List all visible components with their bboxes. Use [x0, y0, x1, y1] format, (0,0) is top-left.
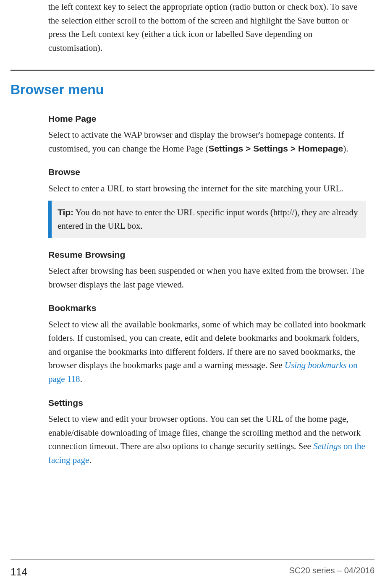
xref-using-bookmarks-italic: Using bookmarks	[285, 360, 347, 370]
intro-paragraph: the left context key to select the appro…	[48, 0, 366, 55]
heading-home-page: Home Page	[48, 112, 366, 126]
tip-callout: Tip: You do not have to enter the URL sp…	[48, 201, 366, 238]
heading-browse: Browse	[48, 165, 366, 179]
body-browse: Select to enter a URL to start browsing …	[48, 182, 366, 196]
body-bookmarks-post: .	[80, 374, 82, 384]
body-settings-post: .	[89, 455, 91, 465]
heading-resume-browsing: Resume Browsing	[48, 248, 366, 262]
footer-divider	[10, 559, 375, 560]
body-home-page: Select to activate the WAP browser and d…	[48, 128, 366, 155]
body-resume-browsing: Select after browsing has been suspended…	[48, 264, 366, 291]
body-bookmarks: Select to view all the available bookmar…	[48, 318, 366, 386]
section-heading-browser-menu: Browser menu	[10, 79, 375, 100]
tip-label: Tip:	[58, 207, 73, 217]
page-footer: 114 SC20 series – 04/2016	[10, 559, 375, 580]
body-home-page-bold: Settings > Settings > Homepage	[208, 144, 343, 153]
tip-body: You do not have to enter the URL specifi…	[58, 207, 358, 231]
heading-bookmarks: Bookmarks	[48, 301, 366, 315]
body-settings: Select to view and edit your browser opt…	[48, 412, 366, 467]
page-number: 114	[10, 564, 27, 580]
body-home-page-post: ).	[343, 144, 348, 154]
doc-id: SC20 series – 04/2016	[289, 564, 375, 580]
heading-settings: Settings	[48, 396, 366, 410]
xref-settings-italic: Settings	[313, 441, 341, 451]
section-divider	[10, 70, 375, 71]
